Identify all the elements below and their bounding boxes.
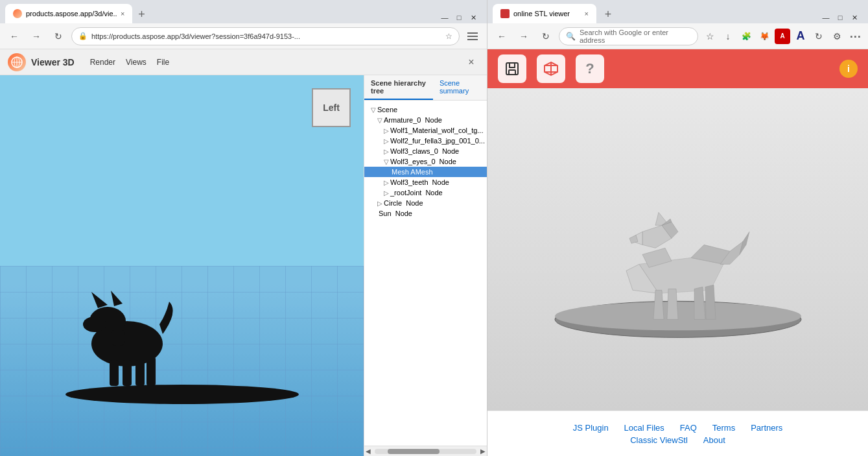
extensions-icon[interactable]: 🧩 xyxy=(738,29,754,44)
footer-link-classic[interactable]: Classic ViewStl xyxy=(630,435,688,445)
close-window-button[interactable]: ✕ xyxy=(467,12,479,23)
tree-label-wolf3-eyes: Wolf3_eyes_0 Node xyxy=(390,158,456,165)
left-tab-label: products.aspose.app/3d/vie... xyxy=(26,10,117,18)
right-active-tab[interactable]: online STL viewer × xyxy=(493,4,596,23)
3d-viewport-left[interactable]: Left xyxy=(0,75,364,456)
tree-armature[interactable]: ▽ Armature_0 Node xyxy=(364,115,487,125)
svg-rect-15 xyxy=(506,63,518,75)
footer-link-partners[interactable]: Partners xyxy=(751,423,782,433)
new-tab-button[interactable]: + xyxy=(132,5,150,23)
tree-label-wolf1: Wolf1_Material_wolf_col_tg... xyxy=(390,126,483,134)
addon-icon-blue[interactable]: A xyxy=(793,29,808,44)
stl-app: ? i xyxy=(487,49,868,456)
forward-button[interactable]: → xyxy=(27,27,45,45)
tree-wolf3-eyes[interactable]: ▽ Wolf3_eyes_0 Node xyxy=(364,156,487,167)
footer-link-faq[interactable]: FAQ xyxy=(680,423,697,433)
tree-wolf2[interactable]: ▷ Wolf2_fur_fella3_jpg_001_0... xyxy=(364,136,487,146)
arrow-icon: ▷ xyxy=(384,127,389,134)
overflow-icon[interactable]: ⋯ xyxy=(847,29,863,44)
footer-link-js-plugin[interactable]: JS Plugin xyxy=(573,423,609,433)
tree-rootjoint[interactable]: ▷ _rootJoint Node xyxy=(364,187,487,198)
scrollbar-thumb[interactable] xyxy=(388,449,440,454)
navigation-cube[interactable]: Left xyxy=(312,88,351,127)
lock-icon: 🔒 xyxy=(78,32,88,40)
right-window-controls: — □ ✕ xyxy=(820,12,860,23)
svg-rect-1 xyxy=(467,36,478,37)
tree-label-scene: Scene xyxy=(377,106,397,114)
tree-mesh-amesh[interactable]: Mesh AMesh xyxy=(364,167,487,177)
sync-icon[interactable]: ↻ xyxy=(811,29,827,44)
arrow-icon: ▽ xyxy=(384,158,389,165)
scrollbar-track[interactable] xyxy=(375,449,476,454)
address-bar-right[interactable]: 🔍 Search with Google or enter address xyxy=(559,27,698,45)
svg-rect-10 xyxy=(110,360,119,386)
arrow-icon: ▽ xyxy=(377,117,382,124)
tree-wolf3-claws[interactable]: ▷ Wolf3_claws_0 Node xyxy=(364,146,487,156)
svg-rect-2 xyxy=(467,39,478,40)
3d-viewport-right[interactable] xyxy=(487,88,868,411)
left-tab-close[interactable]: × xyxy=(121,10,124,18)
tree-circle[interactable]: ▷ Circle Node xyxy=(364,198,487,208)
tab-scene-summary[interactable]: Scene summary xyxy=(433,75,487,100)
scene-scrollbar[interactable]: ◀ ▶ xyxy=(364,446,487,456)
address-bar-left[interactable]: 🔒 https://products.aspose.app/3d/viewer?… xyxy=(71,27,460,45)
tree-wolf1[interactable]: ▷ Wolf1_Material_wolf_col_tg... xyxy=(364,125,487,136)
download-icon[interactable]: ↓ xyxy=(720,29,736,44)
3d-box-button[interactable] xyxy=(537,54,565,83)
info-badge[interactable]: i xyxy=(839,60,858,78)
save-stl-button[interactable] xyxy=(498,54,526,83)
reload-button[interactable]: ↻ xyxy=(49,27,67,45)
wolf-3d-model-left xyxy=(65,272,299,404)
tree-wolf3-teeth[interactable]: ▷ Wolf3_teeth Node xyxy=(364,177,487,187)
info-label: i xyxy=(847,64,850,74)
bookmark-manager-icon[interactable]: ☆ xyxy=(702,29,718,44)
right-reload-button[interactable]: ↻ xyxy=(537,27,555,45)
menu-views[interactable]: Views xyxy=(126,58,147,67)
bookmark-icon[interactable]: ☆ xyxy=(445,32,452,41)
right-close-button[interactable]: ✕ xyxy=(849,12,860,23)
svg-rect-11 xyxy=(123,360,132,386)
viewer-menus: Render Views File xyxy=(90,58,170,67)
svg-marker-8 xyxy=(91,292,108,308)
nav-icons-right: ☆ ↓ 🧩 🦊 A A ↻ ⚙ ⋯ xyxy=(702,29,863,44)
addon-icon-red[interactable]: A xyxy=(775,29,790,44)
tree-sun[interactable]: Sun Node xyxy=(364,208,487,219)
help-button[interactable]: ? xyxy=(576,54,604,83)
svg-rect-16 xyxy=(510,63,515,67)
settings-icon[interactable]: ⚙ xyxy=(829,29,845,44)
menu-render[interactable]: Render xyxy=(90,58,115,67)
left-active-tab[interactable]: products.aspose.app/3d/vie... × xyxy=(5,4,132,23)
right-tab-close[interactable]: × xyxy=(585,10,589,18)
cube-face-left: Left xyxy=(312,88,351,127)
footer-link-local-files[interactable]: Local Files xyxy=(624,423,664,433)
stl-toolbar: ? i xyxy=(487,49,868,88)
right-forward-button[interactable]: → xyxy=(515,27,533,45)
arrow-icon: ▷ xyxy=(384,189,389,197)
tree-label-wolf3-teeth: Wolf3_teeth Node xyxy=(390,178,449,186)
minimize-button[interactable]: — xyxy=(439,12,451,23)
footer-link-terms[interactable]: Terms xyxy=(712,423,735,433)
right-minimize-button[interactable]: — xyxy=(820,12,832,23)
tree-scene[interactable]: ▽ Scene xyxy=(364,104,487,115)
right-maximize-button[interactable]: □ xyxy=(834,12,846,23)
firefox-icon: 🦊 xyxy=(757,29,772,44)
svg-marker-35 xyxy=(705,285,716,319)
tab-scene-hierarchy[interactable]: Scene hierarchy tree xyxy=(364,75,433,100)
right-back-button[interactable]: ← xyxy=(493,27,511,45)
menu-button[interactable] xyxy=(463,27,482,45)
svg-rect-17 xyxy=(509,70,515,75)
tree-label-armature: Armature_0 Node xyxy=(384,116,442,124)
right-browser-window: online STL viewer × + — □ ✕ ← → ↻ 🔍 Sear… xyxy=(487,0,868,456)
arrow-icon: ▷ xyxy=(377,200,382,207)
viewer-app: Viewer 3D Render Views File × Left xyxy=(0,49,487,456)
viewer-close-button[interactable]: × xyxy=(463,54,479,70)
maximize-button[interactable]: □ xyxy=(453,12,465,23)
search-icon: 🔍 xyxy=(566,32,576,41)
footer-row-2: Classic ViewStl About xyxy=(630,435,725,445)
new-tab-button-right[interactable]: + xyxy=(599,5,617,23)
viewer-logo xyxy=(8,53,26,71)
back-button[interactable]: ← xyxy=(5,27,23,45)
footer-link-about[interactable]: About xyxy=(703,435,725,445)
menu-file[interactable]: File xyxy=(157,58,169,67)
svg-marker-32 xyxy=(653,290,664,319)
